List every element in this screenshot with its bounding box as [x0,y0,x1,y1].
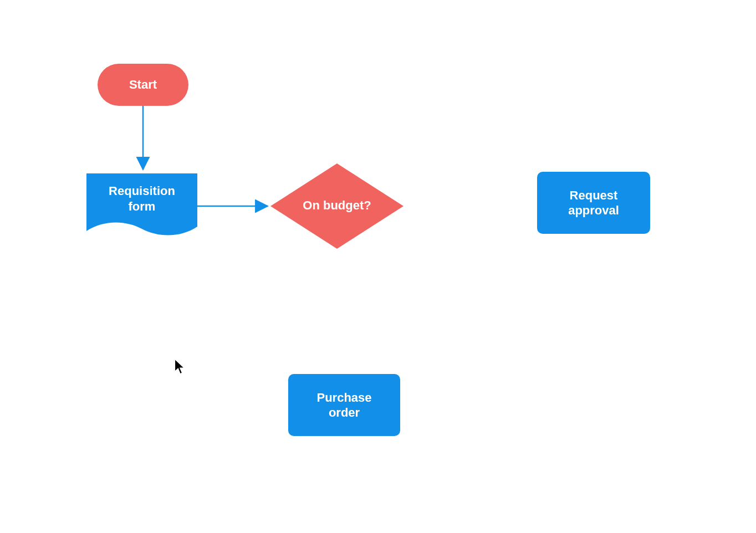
node-purchase-order[interactable]: Purchase order [288,374,400,436]
node-on-budget[interactable]: On budget? [270,163,403,249]
node-requisition-form[interactable]: Requisition form [86,173,197,238]
node-on-budget-label: On budget? [270,198,403,213]
mouse-cursor-icon [174,358,186,375]
node-requisition-form-label: Requisition form [86,183,197,214]
node-request-approval[interactable]: Request approval [537,172,650,234]
node-request-approval-label: Request approval [568,188,619,218]
node-purchase-order-label: Purchase order [316,390,371,421]
flowchart-canvas[interactable]: Start Requisition form On budget? Reques… [0,0,756,533]
node-start[interactable]: Start [98,64,188,106]
node-start-label: Start [129,77,157,93]
